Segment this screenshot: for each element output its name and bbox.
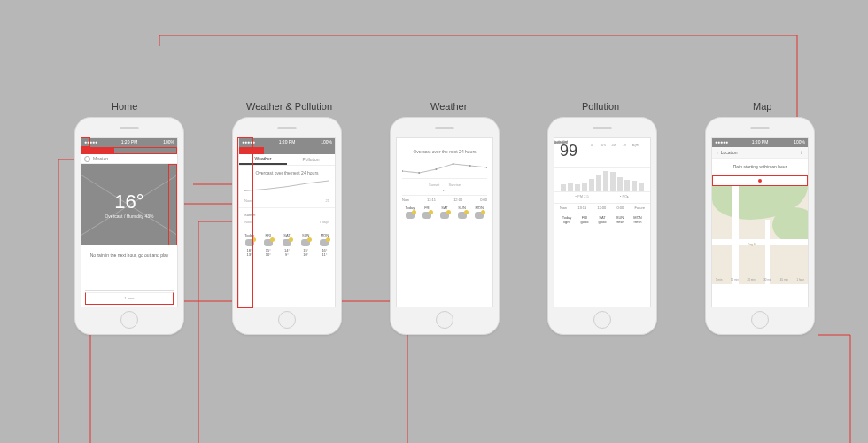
home-location-row[interactable]: Mission <box>81 154 177 164</box>
cloud-sun-icon <box>283 239 291 246</box>
statusbar: ●●●●●1:20 PM100% <box>81 138 177 147</box>
pollution-bar-chart <box>554 167 650 192</box>
home-message: No rain in the next hour, go out and pla… <box>81 245 177 265</box>
phone-wp: ●●●●●1:20 PM100% Weather Pollution Overc… <box>232 117 342 335</box>
cloud-sun-icon <box>458 212 467 219</box>
home-slider[interactable]: 1 hour <box>85 292 174 305</box>
fc-day[interactable]: FRI15°10° <box>260 233 276 257</box>
home-pager-strip[interactable] <box>81 147 177 154</box>
statusbar: ●●●●●1:20 PM100% <box>712 138 808 147</box>
hotspot-back[interactable] <box>81 137 90 147</box>
wp-header[interactable] <box>239 147 335 154</box>
svg-point-3 <box>435 168 437 170</box>
svg-point-6 <box>486 167 487 168</box>
chevron-left-icon: ‹ <box>717 150 718 155</box>
statusbar: ●●●●●1:20 PM100% <box>239 138 335 147</box>
map-message: Rain starting within an hour <box>712 159 808 175</box>
phone-pollution: 99 1h 50% 24h 3h AQHI ▪ PM 2.5▪ NO₂ Now1… <box>547 117 657 335</box>
fc-day[interactable]: MON16°11° <box>316 233 333 257</box>
map-header[interactable]: ‹ Location ⇪ <box>712 147 808 159</box>
phone-home: ●●●●●1:20 PM100% Mission 16° Overcast / … <box>74 117 184 335</box>
phone-map: ●●●●●1:20 PM100% ‹ Location ⇪ Rain start… <box>705 117 815 335</box>
pollution-forecast: Todaylight FRIgood SATgood SUNfresh MONf… <box>554 212 650 228</box>
home-location: Mission <box>93 156 108 161</box>
weather-key: SunsetSunrise <box>402 183 487 187</box>
label-wp: Weather & Pollution <box>246 101 332 112</box>
map-timeline-hotspot[interactable] <box>712 175 808 186</box>
share-icon[interactable]: ⇪ <box>800 150 803 155</box>
fc-day[interactable]: SAT14°9° <box>278 233 295 257</box>
svg-point-4 <box>453 163 454 165</box>
wp-panel-title: Overcast over the next 24 hours <box>244 170 329 175</box>
phone-weather: Overcast over the next 24 hours SunsetSu… <box>390 117 500 335</box>
cloud-sun-icon <box>475 212 484 219</box>
cloud-sun-icon <box>440 212 449 219</box>
wp-forecast-row: Today18°13° FRI15°10° SAT14°9° SUN15°10°… <box>239 229 335 260</box>
wp-tabs: Weather Pollution <box>239 154 335 166</box>
label-map: Map <box>753 101 771 112</box>
home-condition: Overcast / Humidity 43% <box>105 214 153 219</box>
label-home: Home <box>112 101 137 112</box>
cloud-sun-icon <box>422 212 431 219</box>
pin-icon <box>84 156 90 162</box>
label-weather: Weather <box>430 101 467 112</box>
home-hero[interactable]: 16° Overcast / Humidity 43% <box>81 164 177 245</box>
svg-point-2 <box>418 172 420 174</box>
cloud-sun-icon <box>264 239 273 246</box>
wp-left-hotspot[interactable] <box>237 137 253 308</box>
map-canvas[interactable]: King St 5 min10 min20 min30 min45 min1 h… <box>712 186 808 284</box>
weather-chart <box>402 157 487 179</box>
cloud-sun-icon <box>406 212 415 219</box>
svg-point-1 <box>402 170 403 172</box>
label-pollution: Pollution <box>582 101 619 112</box>
pollution-index: 99 <box>554 138 583 164</box>
map-ticks: 5 min10 min20 min30 min45 min1 hour <box>716 276 804 282</box>
cloud-sun-icon <box>301 239 310 246</box>
cloud-sun-icon <box>320 239 329 246</box>
weather-caption: Overcast over the next 24 hours <box>402 149 487 154</box>
wp-chart-24h <box>244 179 329 197</box>
svg-point-5 <box>469 165 471 167</box>
tab-pollution[interactable]: Pollution <box>287 154 335 165</box>
fc-day[interactable]: SUN15°10° <box>298 233 314 257</box>
